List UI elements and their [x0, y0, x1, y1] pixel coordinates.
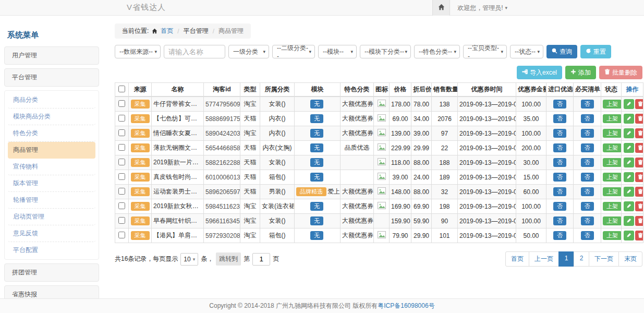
row-checkbox[interactable] — [118, 129, 125, 136]
edit-button[interactable] — [624, 172, 634, 182]
jump-button[interactable]: 跳转到 — [216, 252, 241, 266]
row-checkbox[interactable] — [118, 159, 125, 165]
edit-button[interactable] — [624, 128, 634, 138]
row-checkbox[interactable] — [118, 202, 125, 209]
row-checkbox[interactable] — [118, 100, 125, 107]
name-search-input[interactable] — [164, 45, 225, 58]
import-select-badge[interactable]: 否 — [553, 216, 566, 225]
edit-button[interactable] — [624, 187, 634, 197]
row-checkbox[interactable] — [118, 188, 125, 195]
page-button-2[interactable]: 2 — [574, 251, 589, 267]
reset-button[interactable]: 重置 — [580, 45, 611, 58]
filter-level1-category[interactable]: 一级分类▾ — [228, 45, 269, 58]
page-button-1[interactable]: 1 — [558, 251, 574, 267]
edit-button[interactable] — [624, 216, 634, 226]
must-buy-badge[interactable]: 否 — [581, 158, 594, 167]
row-checkbox[interactable] — [118, 173, 125, 180]
sidebar-item-拼团管理[interactable]: 拼团管理 — [4, 263, 99, 282]
filter-status[interactable]: --状态--▾ — [510, 45, 543, 58]
import-select-badge[interactable]: 否 — [553, 114, 566, 123]
sidebar-item-模块商品分类[interactable]: 模块商品分类 — [8, 109, 95, 125]
filter-level2-category[interactable]: --二级分类--▾ — [272, 45, 315, 58]
summary-suffix: 条， — [201, 255, 213, 263]
edit-button[interactable] — [624, 99, 634, 109]
home-nav-button[interactable] — [432, 0, 450, 16]
must-buy-badge[interactable]: 否 — [581, 173, 594, 182]
sidebar-item-版本管理[interactable]: 版本管理 — [8, 175, 95, 192]
import-select-badge[interactable]: 否 — [553, 158, 566, 167]
edit-button[interactable] — [624, 201, 634, 211]
icp-link[interactable]: 粤ICP备16098006号 — [378, 302, 434, 310]
sidebar-item-商品管理[interactable]: 商品管理 — [8, 142, 95, 159]
batch-delete-button[interactable]: 批量删除 — [599, 66, 642, 79]
delete-button[interactable] — [635, 114, 643, 124]
delete-button[interactable] — [635, 201, 643, 211]
per-page-select[interactable]: 10▾ — [180, 253, 198, 266]
sidebar-item-平台管理[interactable]: 平台管理 — [4, 68, 99, 87]
must-buy-badge[interactable]: 否 — [581, 143, 594, 152]
must-buy-badge[interactable]: 否 — [581, 114, 594, 123]
row-checkbox[interactable] — [118, 232, 125, 238]
import-select-badge[interactable]: 否 — [553, 202, 566, 211]
import-select-badge[interactable]: 否 — [553, 173, 566, 182]
row-checkbox[interactable] — [118, 115, 125, 122]
import-select-badge[interactable]: 否 — [553, 231, 566, 240]
filter-item-type[interactable]: --宝贝类型--▾ — [463, 45, 507, 58]
sidebar-item-轮播管理[interactable]: 轮播管理 — [8, 192, 95, 209]
delete-button[interactable] — [635, 231, 643, 240]
sidebar-item-特色分类[interactable]: 特色分类 — [8, 125, 95, 142]
filter-module[interactable]: --模块--▾ — [318, 45, 357, 58]
must-buy-badge[interactable]: 否 — [581, 202, 594, 211]
filter-feature-category[interactable]: --特色分类--▾ — [414, 45, 460, 58]
coupon-time: 2019-09-13—2019-09-17 — [458, 141, 516, 155]
sidebar-item-用户管理[interactable]: 用户管理 — [4, 46, 99, 65]
module-cell: 无 — [295, 199, 341, 214]
page-button-首页[interactable]: 首页 — [505, 251, 529, 267]
add-button[interactable]: 添加 — [565, 66, 596, 79]
row-select-cell — [115, 97, 129, 112]
must-buy-badge[interactable]: 否 — [581, 129, 594, 138]
row-select-cell — [115, 214, 129, 228]
row-checkbox[interactable] — [118, 217, 125, 224]
import-excel-button[interactable]: 导入excel — [517, 66, 562, 79]
import-select-badge[interactable]: 否 — [553, 187, 566, 196]
filter-data-source[interactable]: --数据来源--▾ — [115, 45, 161, 58]
breadcrumb-platform: 平台管理 — [184, 27, 209, 35]
page-number-input[interactable] — [252, 253, 270, 266]
sidebar-item-商品分类[interactable]: 商品分类 — [8, 92, 95, 109]
delete-button[interactable] — [635, 172, 643, 182]
edit-button[interactable] — [624, 231, 634, 240]
delete-button[interactable] — [635, 143, 643, 153]
page-button-末页[interactable]: 末页 — [618, 251, 642, 267]
select-all-checkbox[interactable] — [118, 86, 125, 92]
import-select-badge[interactable]: 否 — [553, 143, 566, 152]
filter-module-subcategory[interactable]: --模块下分类--▾ — [360, 45, 411, 58]
delete-button[interactable] — [635, 216, 643, 226]
delete-button[interactable] — [635, 128, 643, 138]
row-checkbox[interactable] — [118, 144, 125, 151]
user-menu[interactable]: 欢迎您，管理员! ▾ — [450, 0, 515, 16]
delete-button[interactable] — [635, 187, 643, 197]
edit-button[interactable] — [624, 158, 634, 167]
sidebar-item-启动页管理[interactable]: 启动页管理 — [8, 209, 95, 225]
edit-button[interactable] — [624, 114, 634, 124]
must-buy-badge[interactable]: 否 — [581, 187, 594, 196]
delete-button[interactable] — [635, 99, 643, 109]
delete-button[interactable] — [635, 158, 643, 167]
module-cell: 无 — [295, 126, 341, 141]
edit-button[interactable] — [624, 143, 634, 153]
status-cell: 上架 — [601, 170, 622, 185]
sidebar-item-宣传物料[interactable]: 宣传物料 — [8, 159, 95, 175]
breadcrumb-home-link[interactable]: 首页 — [161, 27, 173, 35]
must-buy-badge[interactable]: 否 — [581, 231, 594, 240]
must-buy-badge[interactable]: 否 — [581, 100, 594, 109]
must-buy-badge[interactable]: 否 — [581, 216, 594, 225]
search-button[interactable]: 查询 — [546, 45, 577, 58]
import-select-badge[interactable]: 否 — [553, 100, 566, 109]
sidebar-item-平台配置[interactable]: 平台配置 — [8, 242, 95, 258]
status-cell: 上架 — [601, 214, 622, 228]
page-button-下一页[interactable]: 下一页 — [589, 251, 619, 267]
import-select-badge[interactable]: 否 — [553, 129, 566, 138]
page-button-上一页[interactable]: 上一页 — [529, 251, 559, 267]
sidebar-item-意见反馈[interactable]: 意见反馈 — [8, 225, 95, 242]
